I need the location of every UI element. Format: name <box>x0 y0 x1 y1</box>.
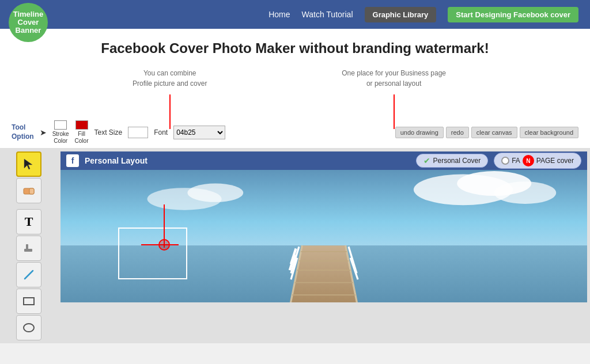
fb-icon: f <box>66 154 79 167</box>
logo-line2: Cover <box>18 18 39 26</box>
undo-button[interactable]: undo drawing <box>395 127 444 138</box>
eraser-tool[interactable] <box>16 178 41 203</box>
stroke-label: Stroke Color <box>52 131 69 145</box>
fill-swatch[interactable] <box>75 120 88 130</box>
annotation-right: One place for your Business page or pers… <box>342 68 446 89</box>
annotations-area: You can combine Profile picture and cove… <box>0 65 590 111</box>
fb-canvas-wrapper: f Personal Layout ✔ Personal Cover FA N … <box>58 149 590 343</box>
rectangle-tool[interactable] <box>16 289 41 314</box>
personal-cover-label: Personal Cover <box>433 157 481 165</box>
logo: Timeline Cover Banner <box>9 3 48 42</box>
white-box <box>118 227 187 279</box>
logo-line1: Timeline <box>13 10 44 18</box>
arrow-right <box>394 94 395 129</box>
personal-cover-radio[interactable]: ✔ Personal Cover <box>416 154 488 168</box>
font-label: Font <box>154 128 168 136</box>
stroke-swatch[interactable] <box>54 120 67 130</box>
main-content: Facebook Cover Photo Maker without brand… <box>0 29 590 117</box>
ellipse-tool[interactable] <box>16 315 41 340</box>
svg-point-7 <box>24 324 34 332</box>
toolbar: Tool Option ➤ Stroke Color Fill Color Te… <box>0 117 590 149</box>
page-wrapper: Timeline Cover Banner Home Watch Tutoria… <box>0 0 590 343</box>
nav-watch-tutorial[interactable]: Watch Tutorial <box>302 10 353 19</box>
text-tool[interactable]: T <box>16 209 41 234</box>
annotation-left: You can combine Profile picture and cove… <box>133 68 207 89</box>
nav-graphic-library[interactable]: Graphic Library <box>365 7 437 22</box>
arrow-left <box>169 94 171 129</box>
fill-label: Fill Color <box>75 131 89 145</box>
fb-layout-label: Personal Layout <box>85 156 148 165</box>
highlighted-n: N <box>523 155 534 166</box>
clear-background-button[interactable]: clear background <box>520 127 578 138</box>
header: Timeline Cover Banner Home Watch Tutoria… <box>0 0 590 29</box>
radio-circle <box>501 157 509 165</box>
pen-tool[interactable] <box>16 262 41 287</box>
tool-option-label: Tool Option <box>12 123 34 141</box>
toolbar-left: T <box>0 149 58 343</box>
crosshair-circle <box>158 239 170 251</box>
fan-page-suffix: PAGE cover <box>536 157 574 165</box>
svg-rect-2 <box>29 188 34 194</box>
svg-point-13 <box>187 184 243 202</box>
svg-line-5 <box>25 271 33 279</box>
arrow-icon: ➤ <box>40 128 47 137</box>
crosshair <box>158 239 170 251</box>
nav: Home Watch Tutorial Graphic Library Star… <box>268 7 578 22</box>
nav-start-designing[interactable]: Start Designing Facebook cover <box>448 7 578 22</box>
svg-point-11 <box>494 181 557 204</box>
stroke-color-box[interactable]: Stroke Color <box>52 120 69 145</box>
fb-radio-group: ✔ Personal Cover FA N PAGE cover <box>416 153 581 169</box>
nav-home[interactable]: Home <box>268 10 290 19</box>
action-buttons: undo drawing redo clear canvas clear bac… <box>395 127 578 138</box>
select-tool[interactable] <box>16 151 41 177</box>
headline: Facebook Cover Photo Maker without brand… <box>0 40 590 56</box>
logo-line3: Banner <box>16 26 41 35</box>
fill-color-box[interactable]: Fill Color <box>75 120 89 145</box>
clear-canvas-button[interactable]: clear canvas <box>471 127 517 138</box>
text-size-input[interactable] <box>128 127 148 138</box>
svg-rect-6 <box>24 298 34 305</box>
svg-marker-0 <box>24 159 32 169</box>
fan-page-radio[interactable]: FA N PAGE cover <box>494 153 581 169</box>
canvas-image[interactable] <box>60 170 587 302</box>
check-icon: ✔ <box>423 156 430 165</box>
fb-header-bar: f Personal Layout ✔ Personal Cover FA N … <box>60 151 587 170</box>
redo-button[interactable]: redo <box>446 127 469 138</box>
fan-page-label: FA <box>512 157 520 165</box>
shape-tool[interactable] <box>16 236 41 261</box>
text-size-label: Text Size <box>94 128 122 136</box>
font-select[interactable]: 04b25 <box>173 126 225 139</box>
svg-rect-4 <box>26 244 28 250</box>
editor-container: T f Personal Layout <box>0 149 590 343</box>
